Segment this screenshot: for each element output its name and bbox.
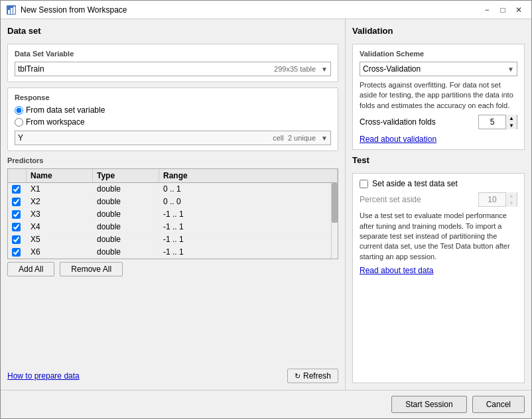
fold-spinner-buttons: ▲ ▼ <box>505 115 517 129</box>
response-group: Response From data set variable From wor… <box>7 88 338 151</box>
response-dropdown[interactable]: Y cell 2 unique ▼ <box>15 131 331 145</box>
table-row: X3 double -1 .. 1 <box>8 208 331 221</box>
header-type: Type <box>93 169 159 182</box>
test-aside-row: Set aside a test data set <box>360 179 517 188</box>
pred-checkbox-4[interactable] <box>12 235 21 244</box>
pred-checkbox-1[interactable] <box>12 198 21 206</box>
pred-type-cell-5: double <box>93 246 159 258</box>
header-check <box>8 169 27 182</box>
response-radio-group: From data set variable From workspace <box>15 105 331 127</box>
cancel-button[interactable]: Cancel <box>472 396 525 413</box>
pred-check-cell-1[interactable] <box>8 196 27 208</box>
validation-description: Protects against overfitting. For data n… <box>360 80 517 111</box>
remove-all-button[interactable]: Remove All <box>60 262 123 276</box>
app-icon <box>6 5 17 15</box>
test-aside-label: Set aside a test data set <box>372 179 458 188</box>
pred-check-cell-2[interactable] <box>8 208 27 220</box>
close-button[interactable]: ✕ <box>511 4 526 16</box>
pred-checkbox-3[interactable] <box>12 223 21 231</box>
pred-type-cell-1: double <box>93 196 159 208</box>
left-footer: How to prepare data ↻ Refresh <box>7 365 338 383</box>
minimize-button[interactable]: − <box>480 4 494 16</box>
radio-from-dataset[interactable]: From data set variable <box>15 105 331 115</box>
pred-check-cell-3[interactable] <box>8 221 27 233</box>
pred-check-cell-0[interactable] <box>8 183 27 195</box>
pred-name-cell-3: X4 <box>27 221 93 233</box>
table-row: X1 double 0 .. 1 <box>8 183 331 196</box>
content-area: Data set Data Set Variable tblTrain 299x… <box>1 19 531 390</box>
fold-decrement[interactable]: ▼ <box>506 122 517 129</box>
left-panel: Data set Data Set Variable tblTrain 299x… <box>1 19 346 390</box>
table-row: X5 double -1 .. 1 <box>8 233 331 246</box>
table-row: X4 double -1 .. 1 <box>8 221 331 233</box>
pred-type-cell-4: double <box>93 233 159 245</box>
how-to-prepare-link[interactable]: How to prepare data <box>7 371 80 381</box>
predictors-table: Name Type Range X1 double 0 .. 1 X2 doub… <box>7 168 338 259</box>
radio-from-workspace[interactable]: From workspace <box>15 117 331 127</box>
test-description: Use a test set to evaluate model perform… <box>360 211 517 262</box>
validation-scheme-dropdown[interactable]: Cross-Validation ▼ <box>360 62 517 76</box>
fold-spinner: ▲ ▼ <box>478 115 517 129</box>
validation-section: Validation Scheme Cross-Validation ▼ Pro… <box>352 44 525 150</box>
pred-range-cell-0: 0 .. 1 <box>159 183 331 195</box>
percent-spinner: ▲ ▼ <box>478 192 517 207</box>
pred-range-cell-5: -1 .. 1 <box>159 246 331 258</box>
percent-input <box>479 193 505 206</box>
pred-range-cell-1: 0 .. 0 <box>159 196 331 208</box>
pred-type-cell-3: double <box>93 221 159 233</box>
percent-increment: ▲ <box>506 192 517 200</box>
maximize-button[interactable]: □ <box>496 4 510 16</box>
svg-rect-3 <box>13 7 15 14</box>
dataset-variable-label: Data Set Variable <box>15 50 331 58</box>
pred-range-cell-2: -1 .. 1 <box>159 208 331 220</box>
percent-decrement: ▼ <box>506 200 517 207</box>
response-value: Y <box>18 133 23 143</box>
percent-row: Percent set aside ▲ ▼ <box>360 192 517 207</box>
dataset-type-label: 299x35 table <box>274 65 316 73</box>
pred-name-cell-2: X3 <box>27 208 93 220</box>
predictors-header: Name Type Range <box>8 169 338 183</box>
pred-check-cell-5[interactable] <box>8 246 27 258</box>
start-session-button[interactable]: Start Session <box>391 396 466 413</box>
pred-check-cell-4[interactable] <box>8 233 27 245</box>
read-test-data-link[interactable]: Read about test data <box>360 266 433 275</box>
window-title: New Session from Workspace <box>21 5 480 15</box>
pred-name-cell-0: X1 <box>27 183 93 195</box>
dataset-variable-group: Data Set Variable tblTrain 299x35 table … <box>7 44 338 82</box>
validation-scheme-label: Validation Scheme <box>360 50 517 58</box>
test-section: Set aside a test data set Percent set as… <box>352 173 525 383</box>
test-aside-checkbox[interactable] <box>360 180 368 188</box>
pred-checkbox-2[interactable] <box>12 210 21 219</box>
response-dropdown-arrow: ▼ <box>321 135 328 142</box>
pred-name-cell-5: X6 <box>27 246 93 258</box>
header-name: Name <box>27 169 93 182</box>
svg-rect-2 <box>11 8 13 14</box>
right-panel: Validation Validation Scheme Cross-Valid… <box>346 19 531 390</box>
dataset-variable-value: tblTrain <box>18 64 44 74</box>
percent-label: Percent set aside <box>360 195 421 204</box>
pred-name-cell-1: X2 <box>27 196 93 208</box>
response-type-label: cell 2 unique <box>273 134 316 142</box>
window-controls: − □ ✕ <box>480 4 526 16</box>
predictors-rows: X1 double 0 .. 1 X2 double 0 .. 0 X3 dou… <box>8 183 338 259</box>
pred-checkbox-0[interactable] <box>12 185 21 194</box>
percent-spinner-buttons: ▲ ▼ <box>505 192 517 207</box>
fold-label: Cross-validation folds <box>360 117 436 127</box>
test-title: Test <box>352 155 525 165</box>
refresh-button[interactable]: ↻ Refresh <box>287 369 338 383</box>
refresh-icon: ↻ <box>295 372 300 381</box>
dataset-section-title: Data set <box>7 26 338 36</box>
validation-dropdown-arrow: ▼ <box>507 66 514 73</box>
scrollbar-thumb <box>332 183 338 223</box>
table-row: X6 double -1 .. 1 <box>8 246 331 259</box>
fold-increment[interactable]: ▲ <box>506 115 517 122</box>
footer: Start Session Cancel <box>1 390 531 418</box>
add-all-button[interactable]: Add All <box>7 262 54 276</box>
dataset-variable-dropdown[interactable]: tblTrain 299x35 table ▼ <box>15 62 331 76</box>
fold-input[interactable] <box>479 115 505 129</box>
read-validation-link[interactable]: Read about validation <box>360 135 436 144</box>
pred-checkbox-5[interactable] <box>12 248 21 257</box>
predictor-buttons: Add All Remove All <box>7 262 338 276</box>
pred-range-cell-3: -1 .. 1 <box>159 221 331 233</box>
predictor-scrollbar[interactable] <box>331 183 338 259</box>
